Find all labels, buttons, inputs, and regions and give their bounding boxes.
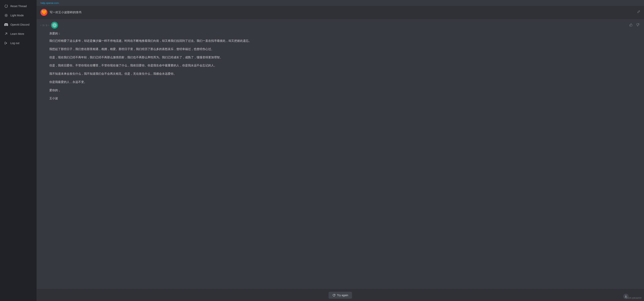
- sidebar-item-learn-more[interactable]: Learn More: [1, 30, 36, 38]
- top-snippet: help.openai.com.: [36, 0, 644, 6]
- logout-icon: [4, 41, 8, 45]
- ai-paragraph-2: 但是，现在我们已经不再年轻，我们已经不再那么激情四射，我们也不再那么率性而为。我…: [49, 55, 640, 60]
- pagination-display: 3 / 3: [42, 24, 47, 27]
- svg-line-8: [7, 14, 7, 14]
- snippet-link-text[interactable]: help.openai.com.: [40, 1, 60, 4]
- feedback-buttons: [628, 22, 640, 28]
- sidebar-item-log-out[interactable]: Log out: [1, 39, 36, 47]
- try-again-button[interactable]: Try again: [328, 292, 352, 299]
- svg-rect-10: [638, 23, 639, 25]
- ai-paragraph-4: 我不知道未来会发生什么，我不知道我们会不会再次相见。但是，无论发生什么，我都会永…: [49, 71, 640, 76]
- sidebar-label-log-out: Log out: [10, 41, 20, 45]
- svg-point-0: [6, 15, 7, 16]
- pagination: ‹ 3 / 3 ›: [40, 24, 49, 27]
- ai-response-header: ‹ 3 / 3 ›: [40, 22, 640, 29]
- bottom-bar: Try again: [36, 289, 644, 301]
- sidebar-label-light-mode: Light Mode: [10, 14, 24, 17]
- thumbs-up-button[interactable]: [628, 22, 634, 28]
- sidebar-item-reset-thread[interactable]: Reset Thread: [1, 2, 36, 10]
- thumbs-down-button[interactable]: [635, 22, 640, 28]
- user-avatar: 🧡: [40, 9, 48, 16]
- ai-paragraph-6: 爱你的，: [49, 88, 640, 93]
- try-again-label: Try again: [337, 294, 348, 297]
- user-message-text: 写一封王小波那样的情书: [50, 10, 634, 14]
- ai-avatar: [51, 22, 58, 29]
- user-message-container: 🧡 写一封王小波那样的情书: [36, 6, 644, 19]
- watermark: CSDN @客福同学: [626, 297, 642, 300]
- reset-icon: [4, 4, 8, 8]
- sidebar-label-openai-discord: OpenAI Discord: [10, 23, 30, 26]
- ai-greeting: 亲爱的：: [49, 32, 640, 35]
- ai-paragraph-7: 王小波: [49, 96, 640, 101]
- main-content: help.openai.com. 🧡 写一封王小波那样的情书 ‹ 3 / 3 ›: [36, 0, 644, 301]
- ai-response-wrapper: ‹ 3 / 3 ›: [36, 19, 644, 107]
- edit-icon[interactable]: [637, 10, 640, 14]
- sidebar-item-openai-discord[interactable]: OpenAI Discord: [1, 20, 36, 29]
- avatar-emoji: 🧡: [42, 10, 46, 15]
- sidebar-label-learn-more: Learn More: [10, 32, 24, 35]
- sidebar-label-reset-thread: Reset Thread: [10, 4, 27, 8]
- sidebar-item-light-mode[interactable]: Light Mode: [1, 11, 36, 20]
- ai-paragraph-3: 但是，我依旧爱你。不管你现在在哪里，不管你现在做了什么，我依旧爱你。你是我生命中…: [49, 63, 640, 68]
- retry-icon: [332, 294, 336, 297]
- ai-paragraph-1: 我想起了那些日子，我们曾在那里相遇，相拥，相爱。那些日子里，我们经历了那么多的喜…: [49, 47, 640, 51]
- svg-line-5: [5, 14, 5, 14]
- ai-paragraph-0: 我们已经相爱了这么多年，却还是像沙漏一样不停地流逝。时间在不断地推着我们向前，却…: [49, 38, 640, 43]
- svg-rect-9: [630, 25, 630, 26]
- ai-response-container[interactable]: ‹ 3 / 3 ›: [36, 19, 644, 289]
- discord-icon: [4, 23, 8, 26]
- next-page-button[interactable]: ›: [48, 24, 49, 26]
- sun-icon: [4, 13, 8, 17]
- prev-page-button[interactable]: ‹: [40, 24, 41, 26]
- ai-response-body: 亲爱的： 我们已经相爱了这么多年，却还是像沙漏一样不停地流逝。时间在不断地推着我…: [40, 32, 640, 104]
- ai-paragraph-5: 你是我最爱的人，永远不变。: [49, 80, 640, 84]
- external-link-icon: [4, 32, 8, 36]
- sidebar: Reset Thread Light Mode OpenAI Dis: [0, 0, 36, 301]
